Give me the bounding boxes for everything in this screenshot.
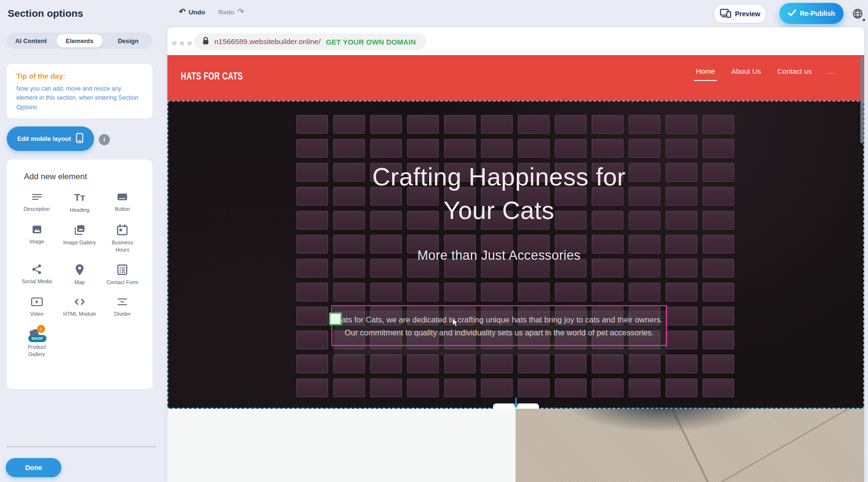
shop-badge: SHOP [28,335,47,342]
contact-form-icon [116,264,129,276]
tab-ai-content[interactable]: AI Content [8,34,54,47]
hero-tile [296,355,328,373]
element-map[interactable]: Map [58,264,101,286]
republish-label: Re-Publish [800,10,835,17]
image-icon [31,224,43,235]
hero-tile [703,283,734,301]
hero-tile [555,283,586,301]
hero-tile [666,331,697,349]
element-label: Video [30,310,44,317]
hero-tile [444,355,476,373]
tab-elements[interactable]: Elements [57,34,102,47]
hero-tile [407,355,439,373]
element-label: Business Hours [106,239,139,253]
element-drag-handle[interactable] [329,312,342,325]
element-description[interactable]: Description [15,191,58,213]
element-image-gallery[interactable]: Image Gallery [58,224,101,253]
page-scrollbar[interactable] [860,57,864,143]
address-bar[interactable]: n1566589.websitebuilder.online/ GET YOUR… [194,34,426,50]
element-label: Description [23,206,50,212]
hero-tile [407,283,439,301]
globe-status-dot [862,18,866,22]
get-domain-link[interactable]: GET YOUR OWN DOMAIN [326,38,416,46]
element-heading[interactable]: Tт Heading [58,191,101,213]
hero-subheading[interactable]: More than Just Accessories [168,248,830,263]
site-header[interactable]: HATS FOR CATS Home About Us Contact us .… [167,55,864,101]
hero-tile [703,379,734,397]
undo-button[interactable]: ↶ Undo [179,8,205,16]
hero-heading[interactable]: Crafting Happiness for Your Cats [346,160,653,227]
element-video[interactable]: Video [15,296,58,317]
nav-home[interactable]: Home [696,67,715,81]
nav-about-us[interactable]: About Us [731,67,761,81]
window-dot [172,41,176,46]
window-dot [188,41,192,46]
element-contact-form[interactable]: Contact Form [101,264,144,286]
edit-mobile-layout-button[interactable]: Edit mobile layout [7,126,94,151]
business-hours-icon [116,224,129,236]
element-divider[interactable]: Divider [101,296,144,317]
undo-icon: ↶ [179,8,186,16]
product-gallery-icon: ↑ SHOP [29,328,45,341]
site-url: n1566589.websitebuilder.online/ [214,37,320,46]
done-button[interactable]: Done [6,458,61,477]
element-label: Social Media [22,278,52,285]
hero-tile [370,355,402,373]
mobile-phone-icon [76,133,83,145]
element-button[interactable]: Button [101,191,144,213]
preview-button[interactable]: Preview [713,4,767,23]
hero-tile [666,307,697,325]
hero-tile [555,355,586,373]
redo-icon: ↷ [237,8,244,16]
hero-tile [592,379,623,397]
hero-tile [444,283,476,301]
element-business-hours[interactable]: Business Hours [101,224,144,253]
hero-tile [333,355,365,373]
next-section[interactable] [167,409,864,482]
hero-tile [518,283,550,301]
redo-button[interactable]: Redo ↷ [218,8,244,16]
hero-tile [444,379,476,397]
site-logo[interactable]: HATS FOR CATS [181,70,243,82]
nav-contact-us[interactable]: Contact us [777,67,812,81]
hero-tile [592,283,623,301]
tab-design[interactable]: Design [106,34,151,47]
sidebar-divider [6,447,156,447]
hero-section-selected[interactable]: Crafting Happiness for Your Cats More th… [167,101,864,409]
language-globe-button[interactable] [848,4,867,23]
hero-tile [296,379,328,397]
check-icon [788,10,796,18]
site-preview-window: n1566589.websitebuilder.online/ GET YOUR… [167,27,864,482]
video-icon [30,296,44,308]
hero-tile [629,283,660,301]
edit-mobile-layout-label: Edit mobile layout [17,135,71,142]
tip-body: Now you can add, move and resize any ele… [16,84,143,112]
heading-icon: Tт [74,191,85,204]
info-icon[interactable]: i [99,134,110,145]
hero-tile [666,379,697,397]
devices-icon [720,9,731,19]
undo-label: Undo [188,9,205,16]
hero-tile [703,331,734,349]
hero-tile [333,283,365,301]
element-social-media[interactable]: Social Media [15,264,58,286]
hero-paragraph[interactable]: Hats for Cats, we are dedicated to craft… [332,306,666,339]
republish-button[interactable]: Re-Publish [779,3,844,24]
paragraph-selection-box[interactable]: Hats for Cats, we are dedicated to craft… [331,305,667,346]
page-title: Section options [8,8,83,19]
hero-tile [481,379,513,397]
nav-more-button[interactable]: ... [828,67,835,81]
window-dot [180,41,184,46]
hero-tile [666,355,697,373]
element-html-module[interactable]: HTML Module [58,296,101,317]
element-label: Product Gallery [20,344,54,357]
hero-tile [629,355,660,373]
element-product-gallery[interactable]: ↑ SHOP Product Gallery [15,328,58,357]
code-icon [73,296,86,308]
element-label: Image Gallery [63,239,96,246]
upgrade-arrow-badge: ↑ [37,325,45,333]
element-label: Map [74,279,84,286]
element-label: Heading [70,207,90,213]
tip-of-the-day-card: Tip of the day: Now you can add, move an… [7,64,152,118]
element-image[interactable]: Image [15,224,58,253]
